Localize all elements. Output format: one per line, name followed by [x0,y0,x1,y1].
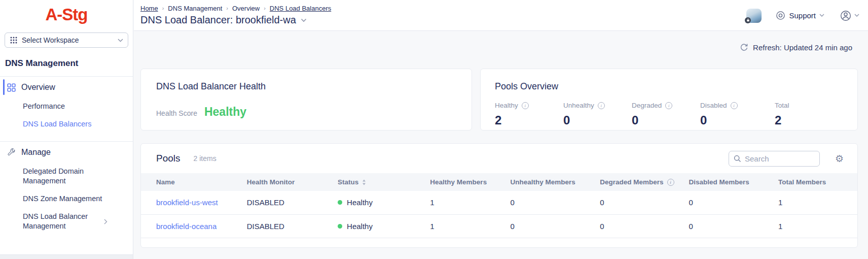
healthy-members-cell: 1 [426,214,506,238]
stat-label: Disabled [700,102,727,109]
chevron-down-icon [854,14,859,17]
gear-icon[interactable]: ⚙ [835,154,844,164]
pools-table-card: Pools 2 items ⚙ Name [140,143,858,248]
wrench-icon [7,148,16,157]
overview-grid-icon [7,83,16,92]
info-icon[interactable]: i [598,102,605,109]
pools-count-badge: 2 items [194,154,216,163]
workspace-selector[interactable]: Select Workspace [5,33,128,48]
sort-icon[interactable] [362,179,366,185]
stat-label: Healthy [495,102,518,109]
breadcrumb-home[interactable]: Home [140,5,158,12]
status-label: Healthy [347,198,373,207]
title-chevron-down-icon[interactable] [301,18,307,22]
avatar[interactable] [746,9,762,23]
sidebar-item-delegated-domain-management[interactable]: Delegated Domain Management [0,163,109,190]
stat-unhealthy: Unhealthyi 0 [563,102,632,127]
degraded-members-cell: 0 [596,214,684,238]
grid-dots-icon [10,36,18,44]
health-monitor-cell: DISABLED [243,214,334,238]
breadcrumb-dns-load-balancers[interactable]: DNS Load Balancers [270,5,331,12]
stat-degraded: Degradedi 0 [632,102,700,127]
lifebuoy-icon [776,11,785,20]
health-card-title: DNS Load Balancer Health [156,81,456,92]
column-header-disabled-members: Disabled Members [684,173,774,191]
pool-name-link[interactable]: brookfield-us-west [141,191,243,214]
search-input[interactable] [745,154,815,163]
breadcrumb: Home › DNS Management › Overview › DNS L… [140,5,331,12]
column-header-label: Degraded Members [600,178,663,186]
sidebar-item-label: DNS Load Balancer Management [23,212,104,231]
app-logo-text: A-Stg [46,5,88,24]
workspace-selector-label: Select Workspace [22,36,114,44]
stat-label: Unhealthy [563,102,594,109]
column-header-label: Status [338,178,358,186]
refresh-button[interactable]: Refresh: Updated 24 min ago [740,43,852,52]
disabled-members-cell: 0 [684,214,774,238]
column-header-health-monitor: Health Monitor [243,173,334,191]
sidebar-item-dns-load-balancers[interactable]: DNS Load Balancers [0,115,133,133]
column-header-total-members: Total Members [774,173,857,191]
breadcrumb-separator-icon: › [162,5,164,11]
breadcrumb-dns-management: DNS Management [168,5,222,12]
sidebar-section-label: Overview [21,83,55,92]
breadcrumb-separator-icon: › [264,5,266,11]
sidebar-item-dns-load-balancer-management[interactable]: DNS Load Balancer Management [0,208,133,235]
column-header-healthy-members: Healthy Members [426,173,506,191]
sidebar-item-performance[interactable]: Performance [0,98,133,115]
healthy-status-dot [338,200,342,205]
info-icon[interactable]: i [731,102,738,109]
support-menu[interactable]: Support [776,11,824,20]
lock-icon [745,17,751,23]
health-score-value: Healthy [204,105,246,119]
active-section-indicator [3,79,5,95]
stat-value: 0 [632,113,700,127]
total-members-cell: 1 [774,214,857,238]
sidebar-section-overview[interactable]: Overview [0,77,133,98]
sidebar-section-manage[interactable]: Manage [0,142,133,163]
chevron-down-icon [118,39,123,42]
stat-total: Total 2 [775,102,843,127]
chevron-right-icon [104,219,107,224]
pools-overview-card: Pools Overview Healthyi 2 Unhealthyi 0 D… [480,69,858,131]
chevron-down-icon [819,14,824,17]
table-row: brookfield-oceana DISABLED Healthy 1 0 0… [141,214,857,238]
table-header-row: Name Health Monitor Status Healthy Membe… [141,173,857,191]
app-logo[interactable]: A-Stg [0,0,133,28]
degraded-members-cell: 0 [596,191,684,214]
disabled-members-cell: 0 [684,191,774,214]
sidebar-item-dns-zone-management[interactable]: DNS Zone Management [0,190,133,208]
product-title: DNS Management [0,48,133,76]
total-members-cell: 1 [774,191,857,214]
table-row: brookfield-us-west DISABLED Healthy 1 0 … [141,191,857,214]
pool-name-link[interactable]: brookfield-oceana [141,214,243,238]
unhealthy-members-cell: 0 [507,214,596,238]
health-score-label: Health Score [156,109,197,117]
search-icon [734,155,741,163]
info-icon[interactable]: i [665,102,672,109]
breadcrumb-separator-icon: › [226,5,228,11]
health-monitor-cell: DISABLED [243,191,334,214]
unhealthy-members-cell: 0 [507,191,596,214]
sidebar-bottom-divider [0,254,133,259]
account-menu[interactable] [840,10,859,22]
column-header-degraded-members: Degraded Members i [596,173,684,191]
content-area: Refresh: Updated 24 min ago DNS Load Bal… [134,31,868,259]
column-header-name: Name [141,173,243,191]
healthy-status-dot [338,224,342,229]
stat-label: Total [775,102,789,109]
page-title: DNS Load Balancer: brookfield-wa [140,14,296,26]
top-header: Home › DNS Management › Overview › DNS L… [134,0,868,31]
column-header-status[interactable]: Status [334,173,426,191]
main-area: Home › DNS Management › Overview › DNS L… [134,0,868,259]
column-header-unhealthy-members: Unhealthy Members [507,173,596,191]
stat-value: 2 [495,113,563,127]
status-label: Healthy [347,222,373,231]
healthy-members-cell: 1 [426,191,506,214]
info-icon[interactable]: i [522,102,529,109]
stat-value: 2 [775,113,843,127]
stat-value: 0 [700,113,775,127]
info-icon[interactable]: i [667,179,674,186]
dns-load-balancer-health-card: DNS Load Balancer Health Health Score He… [140,69,472,131]
pools-table: Name Health Monitor Status Healthy Membe… [141,173,857,238]
